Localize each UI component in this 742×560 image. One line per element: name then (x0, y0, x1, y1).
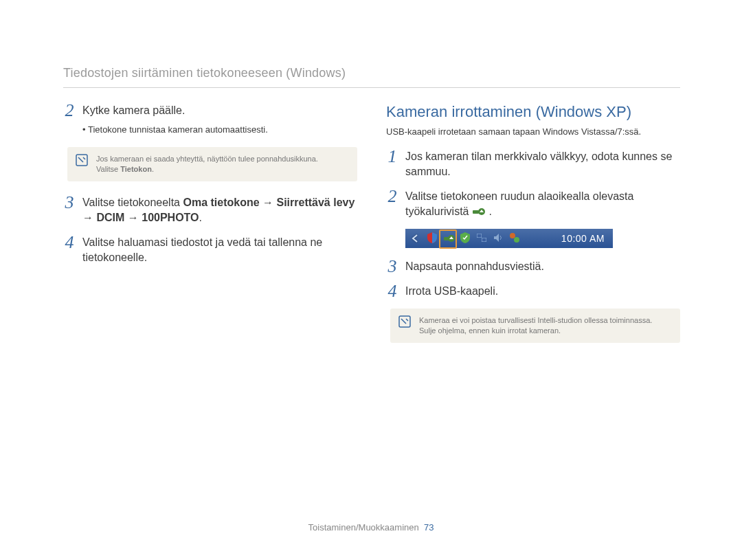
header-rule (63, 87, 680, 88)
s3-post: . (199, 212, 202, 223)
s3-b1: Oma tietokone (183, 197, 259, 208)
s3-a3: → (124, 212, 142, 223)
step-text: Napsauta ponnahdusviestiä. (405, 259, 680, 274)
tray-clock: 10:00 AM (561, 229, 605, 248)
step-4-r: 4 Irrota USB-kaapeli. (386, 284, 680, 299)
step-3: 3 Valitse tietokoneelta Oma tietokone → … (63, 195, 357, 225)
step-number: 4 (386, 284, 398, 299)
note-icon (398, 315, 411, 328)
tip-line2c: . (152, 165, 154, 173)
windows-system-tray: 10:00 AM (405, 229, 613, 248)
s3-a2: → (82, 212, 96, 223)
tip-box-left: Jos kameraan ei saada yhteyttä, näyttöön… (67, 147, 357, 181)
safely-remove-icon-inline (472, 205, 486, 216)
left-column: 2 Kytke kamera päälle. Tietokone tunnist… (63, 103, 357, 357)
section-heading: Kameran irrottaminen (Windows XP) (386, 103, 680, 121)
step-2r-b: . (488, 205, 491, 217)
volume-icon (492, 232, 504, 244)
s3-b3: DCIM (96, 212, 124, 223)
section-subtext: USB-kaapeli irrotetaan samaan tapaan Win… (386, 126, 680, 137)
tip-line2a: Valitse (96, 165, 120, 173)
s3-b2: Siirrettävä levy (277, 197, 355, 208)
tipR-line2: Sulje ohjelma, ennen kuin irrotat kamera… (419, 326, 561, 335)
shield-icon (426, 232, 438, 244)
svg-rect-1 (473, 210, 479, 214)
step-text: Valitse tietokoneen ruudun alaoikealla o… (405, 189, 680, 219)
note-icon (76, 154, 88, 166)
step-number: 2 (63, 103, 76, 118)
step-number: 4 (63, 235, 76, 250)
step-2r-a: Valitse tietokoneen ruudun alaoikealla o… (405, 190, 633, 217)
svg-point-10 (514, 237, 519, 243)
s3-b4: 100PHOTO (142, 212, 199, 223)
step-text: Irrota USB-kaapeli. (405, 284, 680, 299)
network-icon (475, 232, 488, 244)
page-number: 73 (424, 522, 434, 533)
tray-expand-icon (407, 229, 423, 248)
step-number: 3 (386, 259, 398, 274)
step-text: Valitse haluamasi tiedostot ja vedä tai … (82, 235, 357, 265)
page-header: Tiedostojen siirtäminen tietokoneeseen (… (63, 66, 680, 80)
s3-a1: → (260, 197, 277, 208)
svg-point-9 (510, 233, 515, 238)
step-4: 4 Valitse haluamasi tiedostot ja vedä ta… (63, 235, 357, 265)
step-text: Jos kameran tilan merkkivalo välkkyy, od… (405, 149, 680, 179)
step-2-text: Kytke kamera päälle. (82, 104, 185, 116)
step-2-bullet: Tietokone tunnistaa kameran automaattise… (82, 122, 357, 137)
s3-pre: Valitse tietokoneelta (82, 197, 183, 208)
step-text: Kytke kamera päälle. Tietokone tunnistaa… (82, 103, 357, 137)
svg-rect-7 (477, 234, 482, 238)
step-1-r: 1 Jos kameran tilan merkkivalo välkkyy, … (386, 149, 680, 179)
step-2-r: 2 Valitse tietokoneen ruudun alaoikealla… (386, 189, 680, 219)
page-footer: Toistaminen/Muokkaaminen 73 (0, 522, 742, 533)
step-2: 2 Kytke kamera päälle. Tietokone tunnist… (63, 103, 357, 137)
step-number: 3 (63, 195, 76, 210)
tip-box-right: Kameraa ei voi poistaa turvallisesti Int… (390, 309, 680, 343)
shield-green-icon (459, 232, 471, 244)
step-number: 1 (386, 149, 398, 164)
footer-text: Toistaminen/Muokkaaminen (308, 522, 419, 533)
tipR-line1: Kameraa ei voi poistaa turvallisesti Int… (419, 316, 652, 324)
misc-tray-icon (508, 232, 521, 244)
svg-rect-8 (482, 238, 486, 242)
tip-line1: Jos kameraan ei saada yhteyttä, näyttöön… (96, 155, 318, 163)
right-column: Kameran irrottaminen (Windows XP) USB-ka… (386, 103, 680, 357)
step-number: 2 (386, 189, 398, 204)
tip-text: Kameraa ei voi poistaa turvallisesti Int… (419, 315, 652, 336)
tip-line2b: Tietokon (120, 165, 152, 173)
safely-remove-icon (442, 232, 455, 244)
step-text: Valitse tietokoneelta Oma tietokone → Si… (82, 195, 357, 225)
tray-icons (426, 232, 521, 244)
step-3-r: 3 Napsauta ponnahdusviestiä. (386, 259, 680, 274)
tip-text: Jos kameraan ei saada yhteyttä, näyttöön… (96, 154, 318, 175)
